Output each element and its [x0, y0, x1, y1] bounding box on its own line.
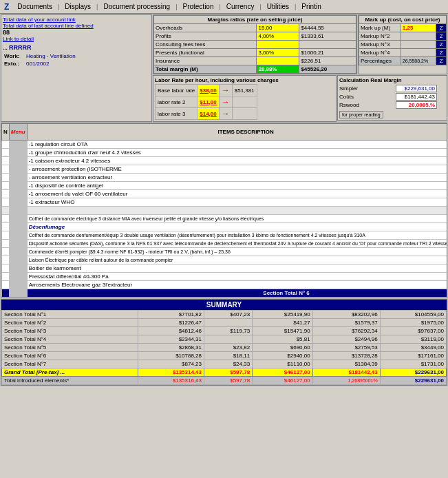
section-total-label: Section Total N° 6 [27, 289, 447, 298]
labor-rate3-value[interactable]: $14,00 [198, 108, 219, 120]
markup-pct-label: Percentages [359, 57, 401, 65]
menu-displays[interactable]: Displays [61, 2, 95, 11]
table-row: - arrosement ventilation extracteur $76,… [2, 174, 448, 182]
markup-2-label: Markup N°2 [359, 32, 401, 41]
table-row: - arrosement protection (ISOTHERME $45,7… [2, 165, 448, 174]
markup-pct-btn[interactable]: Z [436, 57, 447, 65]
menu-documents[interactable]: Documents [13, 2, 56, 11]
row-desc: -1 regulation circuit OTA [27, 141, 447, 149]
summary-row-v4: $2759,53 [312, 344, 380, 352]
labor-rate2-result [232, 96, 257, 108]
row-desc: Arrosements Electrovane gaz 3l'extracteu… [27, 281, 447, 289]
top-link-2[interactable]: Total data of last account line defined [3, 23, 150, 29]
row-menu[interactable] [9, 223, 27, 231]
markup-3-btn[interactable]: Z [436, 41, 447, 49]
calc-rswood-value: 20,0085,% [396, 101, 437, 109]
summary-row-v3: $1110,00 [253, 360, 313, 368]
summary-row-v1: $1226,47 [138, 319, 204, 327]
table-row: Boitier de karmoment U 1 $61,59 $36,95 2… [2, 264, 448, 273]
summary-row-v1: $10788,28 [138, 352, 204, 360]
table-row: Dispositif actionné sécurités (DAS), con… [2, 240, 448, 248]
menu-printing[interactable]: Printin [297, 2, 325, 11]
summary-row-v2: $18,11 [204, 352, 253, 360]
table-row: Commande d'arrêt pompier ($9.4.3 norme N… [2, 248, 448, 256]
row-n [2, 256, 10, 264]
row-n [2, 240, 10, 248]
row-menu[interactable] [9, 231, 27, 240]
exto-label: Exto.: [4, 61, 25, 67]
summary-row-v3: $15471,90 [253, 327, 313, 335]
margin-consulting-amt [299, 41, 356, 49]
row-menu[interactable] [9, 273, 27, 281]
row-n [2, 215, 10, 223]
margin-presents-label: Presents (functional [154, 49, 257, 57]
summary-row-v4: $76292,34 [312, 327, 380, 335]
summary-row-v1: $2344,31 [138, 335, 204, 344]
table-row: Coffret de commande électrique 3 distanc… [2, 215, 448, 223]
summary-row-v3: $5,81 [253, 335, 313, 344]
work-label: Work: [4, 53, 25, 59]
calc-couts-value: $181,442.43 [396, 93, 437, 101]
row-n [2, 231, 10, 240]
row-menu[interactable] [9, 256, 27, 264]
row-menu[interactable] [9, 174, 27, 182]
menu-protection[interactable]: Protection [178, 2, 217, 11]
margin-presents-pct: 3,00% [257, 49, 299, 57]
row-menu[interactable] [9, 207, 27, 215]
labor-rate1-value[interactable]: $38,00 [198, 85, 219, 96]
summary-row-label: Section Total N°4 [2, 335, 138, 344]
row-menu[interactable] [9, 264, 27, 273]
exto-value: 001/2002 [26, 61, 49, 67]
summary-row: Section Total N°7 $874,23 $24,33 $1110,0… [2, 360, 447, 368]
summary-row: Section Total N°6 $10788,28 $18,11 $2940… [2, 352, 447, 360]
row-menu[interactable] [9, 157, 27, 165]
row-desc: -1 arrosement du valet OF 00 ventilateur [27, 190, 447, 198]
row-menu[interactable] [9, 149, 27, 157]
summary-row-label: Section Total N°7 [2, 360, 138, 368]
top-link-1[interactable]: Total data of your account link [3, 17, 150, 23]
markup-2-btn[interactable]: Z [436, 32, 447, 41]
row-desc: - arrosement ventilation extracteur [27, 174, 447, 182]
markup-1-btn[interactable]: Z [436, 24, 447, 32]
summary-row-v4: $1579,37 [312, 319, 380, 327]
row-desc: Liaison Électrique par câble reliant aut… [27, 256, 447, 264]
markup-3-value [401, 41, 436, 49]
row-menu[interactable] [9, 281, 27, 289]
summary-row-v2: $119,73 [204, 327, 253, 335]
row-menu[interactable] [9, 215, 27, 223]
calc-proper-reading-btn[interactable]: for proper reading [339, 111, 383, 118]
row-menu[interactable] [9, 182, 27, 190]
menu-currency[interactable]: Currency [222, 2, 259, 11]
labor-rate1-label: Base labor rate [156, 85, 198, 96]
table-row: -1 extracteur WHO $121,95 [2, 198, 448, 207]
row-menu[interactable] [9, 141, 27, 149]
summary-row-label: Section Total N°2 [2, 319, 138, 327]
row-desc: Dispositif actionné sécurités (DAS), con… [27, 240, 447, 248]
row-menu[interactable] [9, 190, 27, 198]
summary-row: Section Total N°5 $2868,31 $23,82 $690,6… [2, 344, 447, 352]
menu-docprocessing[interactable]: Document processing [99, 2, 174, 11]
summary-row-v5: $1731,00 [380, 360, 446, 368]
row-menu[interactable] [9, 248, 27, 256]
summary-row-label: Section Total N°3 [2, 327, 138, 335]
row-n [2, 198, 10, 207]
row-menu[interactable] [9, 240, 27, 248]
summary-row-v5: $3449,00 [380, 344, 446, 352]
summary-row-v3: $2940,00 [253, 352, 313, 360]
row-menu[interactable] [9, 165, 27, 174]
markup-1-value: 1,25 [401, 24, 436, 32]
row-menu[interactable] [9, 198, 27, 207]
top-link-3[interactable]: Link to detail [3, 36, 150, 42]
grand-total-v4: $181442,43 [312, 368, 380, 377]
markup-4-btn[interactable]: Z [436, 49, 447, 57]
labor-rate2-label: labor rate 2 [156, 96, 198, 108]
labor-rate2-value[interactable]: $11,00 [198, 96, 219, 108]
introduced-label: Total introduced elements* [2, 377, 138, 385]
menu-utilities[interactable]: Utilities [263, 2, 293, 11]
summary-row-v2: $24,33 [204, 360, 253, 368]
calc-rswood-label: Rswood [339, 102, 394, 108]
margin-profits-label: Profits [154, 32, 257, 41]
calc-couts-label: Coûts [339, 94, 394, 100]
summary-row-v2 [204, 335, 253, 344]
summary-row-v5: $1975,00 [380, 319, 446, 327]
